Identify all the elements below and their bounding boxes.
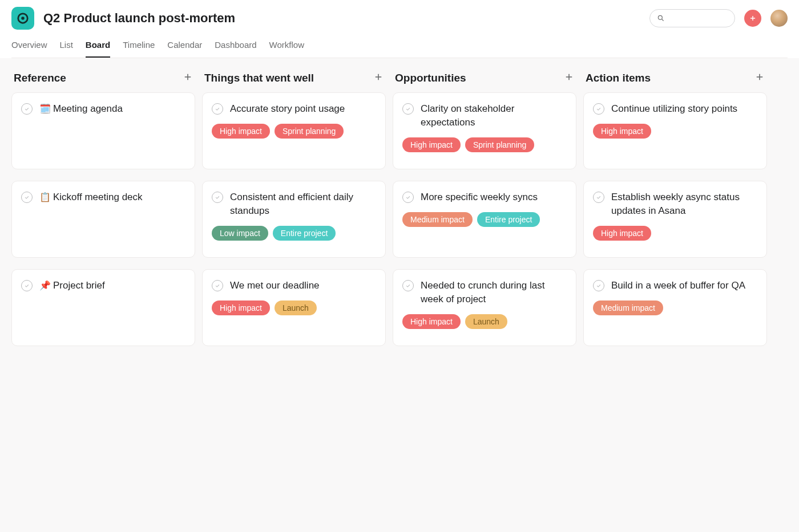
- tag[interactable]: Low impact: [212, 226, 268, 241]
- card-tags: High impactLaunch: [212, 300, 376, 315]
- card-title: Needed to crunch during last week of pro…: [421, 279, 567, 306]
- complete-checkbox[interactable]: [212, 192, 223, 203]
- card[interactable]: We met our deadlineHigh impactLaunch: [202, 269, 386, 346]
- add-card-button[interactable]: [754, 72, 765, 84]
- tag[interactable]: High impact: [212, 124, 270, 139]
- check-icon: [596, 194, 602, 200]
- column-header: Opportunities: [393, 70, 576, 92]
- card[interactable]: 🗓️Meeting agenda: [11, 92, 195, 169]
- card-title: Build in a week of buffer for QA: [611, 279, 745, 293]
- check-icon: [405, 283, 411, 289]
- tag[interactable]: Sprint planning: [465, 137, 534, 152]
- complete-checkbox[interactable]: [21, 192, 33, 203]
- tag[interactable]: High impact: [402, 314, 461, 329]
- complete-checkbox[interactable]: [212, 103, 223, 115]
- complete-checkbox[interactable]: [402, 103, 414, 115]
- card[interactable]: Build in a week of buffer for QAMedium i…: [583, 269, 767, 346]
- complete-checkbox[interactable]: [593, 103, 604, 115]
- card-tags: Medium impactEntire project: [402, 212, 567, 227]
- card-title: Continue utilizing story points: [611, 102, 737, 116]
- add-card-button[interactable]: [564, 72, 574, 84]
- tab-calendar[interactable]: Calendar: [167, 40, 202, 58]
- check-icon: [596, 283, 602, 289]
- tag[interactable]: Sprint planning: [275, 124, 344, 139]
- column: Action itemsContinue utilizing story poi…: [583, 70, 767, 526]
- tag[interactable]: High impact: [402, 137, 461, 152]
- card[interactable]: Accurate story point usageHigh impactSpr…: [202, 92, 386, 169]
- tab-timeline[interactable]: Timeline: [123, 40, 155, 58]
- card[interactable]: Needed to crunch during last week of pro…: [393, 269, 576, 346]
- complete-checkbox[interactable]: [402, 280, 414, 291]
- plus-icon: [564, 72, 574, 82]
- column-title: Action items: [586, 72, 651, 84]
- card-title: Consistent and efficient daily standups: [230, 190, 376, 218]
- tab-workflow[interactable]: Workflow: [269, 40, 304, 58]
- card-title: 📌Project brief: [39, 279, 105, 293]
- project-title: Q2 Product launch post-mortem: [43, 11, 235, 26]
- card[interactable]: Establish weekly async status updates in…: [583, 181, 767, 258]
- card-tags: Low impactEntire project: [212, 226, 376, 241]
- card-title: Accurate story point usage: [230, 102, 345, 116]
- check-icon: [215, 283, 220, 289]
- card-emoji: 📌: [39, 281, 51, 290]
- plus-icon: [749, 14, 757, 22]
- tab-overview[interactable]: Overview: [11, 40, 47, 58]
- card-title: 📋Kickoff meeting deck: [39, 190, 143, 204]
- card[interactable]: Continue utilizing story pointsHigh impa…: [583, 92, 767, 169]
- tag[interactable]: Entire project: [477, 212, 540, 227]
- complete-checkbox[interactable]: [593, 280, 604, 291]
- tag[interactable]: High impact: [593, 226, 651, 241]
- tag[interactable]: Medium impact: [593, 300, 663, 315]
- card[interactable]: Clarity on stakeholder expectationsHigh …: [393, 92, 576, 169]
- user-avatar[interactable]: [770, 10, 788, 27]
- add-card-button[interactable]: [373, 72, 384, 84]
- card-tags: High impact: [593, 124, 757, 139]
- column-header: Things that went well: [202, 70, 386, 92]
- complete-checkbox[interactable]: [21, 280, 33, 291]
- search-icon: [657, 14, 665, 22]
- tab-list[interactable]: List: [60, 40, 73, 58]
- card-emoji: 🗓️: [39, 104, 51, 113]
- card-title: More specific weekly syncs: [421, 190, 538, 204]
- tag[interactable]: Entire project: [273, 226, 336, 241]
- tag[interactable]: Medium impact: [402, 212, 473, 227]
- card[interactable]: Consistent and efficient daily standupsL…: [202, 181, 386, 258]
- board: Reference🗓️Meeting agenda📋Kickoff meetin…: [0, 58, 799, 532]
- card-title: Clarity on stakeholder expectations: [421, 102, 567, 129]
- card-title: Establish weekly async status updates in…: [611, 190, 757, 218]
- tab-board[interactable]: Board: [86, 40, 110, 58]
- card[interactable]: More specific weekly syncsMedium impactE…: [393, 181, 576, 258]
- project-icon: [11, 7, 34, 30]
- complete-checkbox[interactable]: [593, 192, 604, 203]
- complete-checkbox[interactable]: [402, 192, 414, 203]
- tag[interactable]: Launch: [465, 314, 507, 329]
- svg-point-1: [21, 17, 25, 20]
- tag[interactable]: Launch: [275, 300, 317, 315]
- card[interactable]: 📋Kickoff meeting deck: [11, 181, 195, 258]
- card[interactable]: 📌Project brief: [11, 269, 195, 346]
- tab-dashboard[interactable]: Dashboard: [215, 40, 256, 58]
- column: OpportunitiesClarity on stakeholder expe…: [393, 70, 576, 526]
- tabs: OverviewListBoardTimelineCalendarDashboa…: [11, 40, 788, 58]
- card-tags: High impactLaunch: [402, 314, 567, 329]
- check-icon: [215, 194, 220, 200]
- column-title: Things that went well: [204, 72, 314, 84]
- plus-icon: [373, 72, 384, 82]
- complete-checkbox[interactable]: [212, 280, 223, 291]
- complete-checkbox[interactable]: [21, 103, 33, 115]
- tag[interactable]: High impact: [593, 124, 651, 139]
- add-card-button[interactable]: [183, 72, 193, 84]
- cards: 🗓️Meeting agenda📋Kickoff meeting deck📌Pr…: [11, 92, 195, 346]
- tag[interactable]: High impact: [212, 300, 270, 315]
- cards: Continue utilizing story pointsHigh impa…: [583, 92, 767, 346]
- check-icon: [405, 194, 411, 200]
- card-tags: High impactSprint planning: [402, 137, 567, 152]
- search-input[interactable]: [649, 9, 735, 27]
- card-tags: High impactSprint planning: [212, 124, 376, 139]
- column-header: Reference: [11, 70, 195, 92]
- check-icon: [215, 106, 220, 112]
- plus-icon: [754, 72, 765, 82]
- add-button[interactable]: [744, 10, 761, 27]
- column: Things that went wellAccurate story poin…: [202, 70, 386, 526]
- check-icon: [24, 194, 30, 200]
